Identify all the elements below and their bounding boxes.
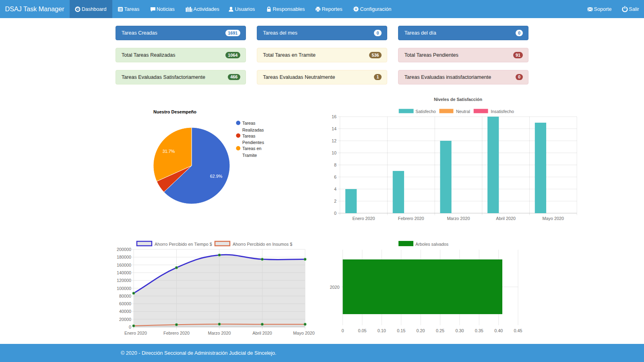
svg-text:0.10: 0.10 bbox=[378, 328, 386, 333]
svg-text:Abril 2020: Abril 2020 bbox=[496, 216, 516, 221]
svg-text:0.35: 0.35 bbox=[475, 328, 483, 333]
svg-text:Febrero 2020: Febrero 2020 bbox=[163, 331, 190, 335]
svg-text:0.30: 0.30 bbox=[455, 328, 464, 333]
svg-text:Tareas en: Tareas en bbox=[242, 146, 261, 151]
svg-text:2020: 2020 bbox=[330, 285, 339, 290]
svg-text:0: 0 bbox=[334, 211, 336, 216]
svg-text:Febrero 2020: Febrero 2020 bbox=[398, 216, 424, 221]
svg-text:16: 16 bbox=[332, 114, 336, 119]
svg-text:Enero 2020: Enero 2020 bbox=[353, 216, 375, 221]
svg-text:0.20: 0.20 bbox=[417, 328, 425, 333]
svg-text:80000: 80000 bbox=[119, 294, 131, 298]
svg-text:Neutral: Neutral bbox=[456, 109, 470, 114]
svg-text:Niveles de Satisfacción: Niveles de Satisfacción bbox=[434, 97, 482, 102]
svg-text:0.25: 0.25 bbox=[436, 328, 444, 333]
svg-text:120000: 120000 bbox=[117, 278, 131, 283]
svg-text:31.7%: 31.7% bbox=[163, 149, 175, 154]
svg-text:Ahorro Percibido en Insumos $: Ahorro Percibido en Insumos $ bbox=[233, 242, 292, 247]
svg-text:12: 12 bbox=[332, 138, 336, 143]
svg-text:14: 14 bbox=[332, 126, 336, 131]
svg-text:160000: 160000 bbox=[117, 263, 131, 267]
svg-text:Enero 2020: Enero 2020 bbox=[124, 331, 147, 335]
svg-text:Realizadas: Realizadas bbox=[242, 128, 264, 132]
svg-text:Pendientes: Pendientes bbox=[242, 140, 264, 145]
svg-text:2: 2 bbox=[334, 199, 336, 204]
svg-text:40000: 40000 bbox=[119, 309, 131, 314]
svg-text:0.05: 0.05 bbox=[358, 328, 366, 333]
svg-text:100000: 100000 bbox=[117, 286, 131, 291]
svg-text:180000: 180000 bbox=[117, 255, 131, 259]
svg-text:Nuestro Desempeño: Nuestro Desempeño bbox=[153, 109, 196, 114]
svg-text:Tareas: Tareas bbox=[242, 134, 256, 138]
svg-text:Ahorro Percibido en Tiempo $: Ahorro Percibido en Tiempo $ bbox=[155, 242, 212, 247]
svg-text:140000: 140000 bbox=[117, 270, 131, 275]
svg-text:Arboles salvados: Arboles salvados bbox=[415, 242, 449, 247]
svg-text:4: 4 bbox=[334, 187, 336, 191]
svg-text:20000: 20000 bbox=[119, 317, 131, 322]
svg-text:60000: 60000 bbox=[119, 301, 131, 306]
svg-text:0: 0 bbox=[341, 328, 344, 333]
svg-text:Satisfecho: Satisfecho bbox=[415, 109, 436, 114]
svg-text:Tareas: Tareas bbox=[242, 121, 256, 125]
svg-text:6: 6 bbox=[334, 175, 336, 179]
svg-text:62.9%: 62.9% bbox=[210, 174, 223, 179]
svg-text:8: 8 bbox=[334, 162, 336, 167]
svg-text:Insatisfecho: Insatisfecho bbox=[491, 109, 514, 114]
svg-text:Abril 2020: Abril 2020 bbox=[252, 331, 272, 335]
svg-text:Mayo 2020: Mayo 2020 bbox=[543, 216, 564, 221]
svg-text:Marzo 2020: Marzo 2020 bbox=[208, 331, 231, 335]
svg-text:Marzo 2020: Marzo 2020 bbox=[447, 216, 470, 221]
svg-text:0.15: 0.15 bbox=[397, 328, 405, 333]
svg-text:0.45: 0.45 bbox=[514, 328, 522, 333]
svg-text:0: 0 bbox=[129, 325, 131, 329]
svg-text:Tramite: Tramite bbox=[242, 153, 257, 158]
svg-text:200000: 200000 bbox=[117, 247, 131, 252]
svg-text:10: 10 bbox=[332, 150, 336, 155]
svg-text:Mayo 2020: Mayo 2020 bbox=[293, 331, 314, 335]
svg-text:0.40: 0.40 bbox=[494, 328, 503, 333]
